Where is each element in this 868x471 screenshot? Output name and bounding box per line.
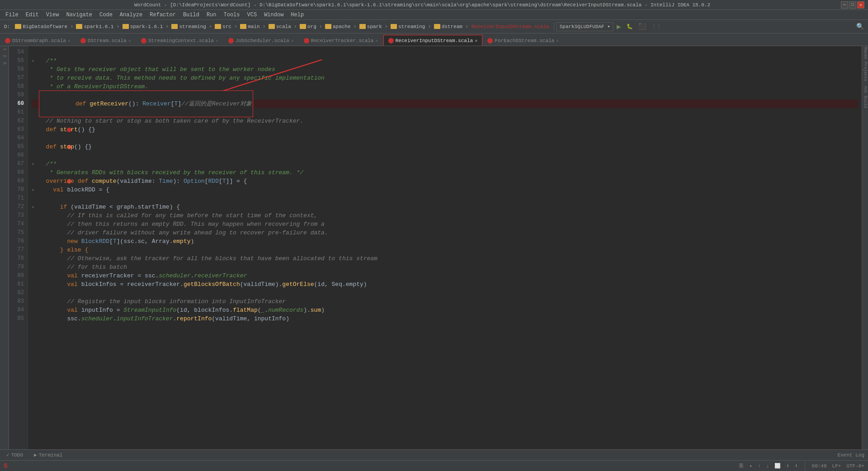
line-num-68: 68 [11,168,24,177]
code-81-indent [39,280,67,289]
stop-button[interactable]: ⬛ [636,21,648,32]
fold-70[interactable]: ▾ [32,186,39,195]
code-75-text: // driver failure without any write ahea… [39,228,328,237]
status-english[interactable]: 英 [739,462,744,469]
toolbar-scala[interactable]: scala [267,24,293,29]
tab-dstreamgraph[interactable]: DStreamGraph.scala ✕ [0,35,75,46]
menu-view[interactable]: View [42,10,63,19]
event-log[interactable]: Event Log [838,452,864,458]
toolbar-apache[interactable]: apache [323,24,353,29]
menu-run[interactable]: Run [203,10,220,19]
tab-jobscheduler[interactable]: JobScheduler.scala ✕ [223,35,299,46]
toolbar-src[interactable]: src [213,24,233,29]
tab-close-foreachdstream[interactable]: ✕ [556,38,559,43]
code-line-61 [32,108,858,117]
tab-terminal[interactable]: ▶ Terminal [31,450,65,460]
code-84-rest: (id, blockInfos. [176,306,233,314]
close-button[interactable]: ✕ [857,1,864,9]
status-down[interactable]: ↓ [766,463,769,469]
toolbar-spark[interactable]: spark [358,24,384,29]
menu-window[interactable]: Window [260,10,287,19]
tab-todo[interactable]: ✓ TODO [4,450,26,460]
tab-close-streamingcontext[interactable]: ✕ [216,38,218,43]
code-line-77: } else { [32,246,858,254]
menu-navigate[interactable]: Navigate [62,10,96,19]
code-70-indent [39,186,53,194]
left-sidebar: 1 2 6 [0,46,9,449]
minimize-button[interactable]: — [841,1,848,9]
code-78-text: // Otherwise, ask the tracker for all th… [39,254,377,263]
toolbar-streaming[interactable]: streaming [170,24,208,29]
toolbar-main[interactable]: main [238,24,261,29]
tab-receiverinputdstream[interactable]: ReceiverInputDStream.scala ✕ [383,35,483,46]
more-toolbar[interactable]: ⋮⋮ [649,21,664,32]
code-77-indent [39,246,60,254]
menu-vcs[interactable]: VCS [244,10,261,19]
code-line-81: val blockInfos = receiverTracker.getBloc… [32,280,858,289]
right-sidebar-ant[interactable]: Ant Build [863,86,868,108]
code-line-65: def stop() {} [32,143,858,151]
code-60-bracket: [ [171,100,175,107]
tab-receivertracker[interactable]: ReceiverTracker.scala ✕ [299,35,383,46]
status-up[interactable]: ↑ [758,463,761,469]
fold-55[interactable]: ▾ [32,57,39,66]
toolbar-main-label: main [248,24,259,29]
code-84-paren: ) [321,306,325,314]
tab-close-dstream[interactable]: ✕ [128,38,131,43]
menu-code[interactable]: Code [96,10,116,19]
tab-close-receiverinputdstream[interactable]: ✕ [475,38,477,43]
code-area: 54 55 56 57 58 59 60 61 62 63 64 65 66 6… [9,46,862,449]
maximize-button[interactable]: □ [849,1,856,9]
toolbar-streaming2[interactable]: streaming [389,24,427,29]
status-position: 60:49 [812,463,827,469]
code-73-text: // If this is called for any time before… [39,211,317,220]
menu-refactor[interactable]: Refactor [146,10,179,19]
toolbar-drive[interactable]: D: [2,21,12,32]
tab-dstream[interactable]: DStream.scala ✕ [75,35,136,46]
path-sep-4: › [209,24,212,30]
code-85-dot: . [113,314,117,323]
sidebar-structure-icon[interactable]: 2 [2,55,7,57]
menu-edit[interactable]: Edit [22,10,42,19]
tab-close-jobscheduler[interactable]: ✕ [291,38,294,43]
fold-67[interactable]: ▾ [32,160,39,169]
code-80-dot: . [191,271,194,280]
toolbar-bigdata[interactable]: BigDataSoftware [13,24,69,29]
code-84-rest3: . [264,306,268,314]
right-sidebar-maven[interactable]: Maven Projects [863,47,868,81]
sidebar-favorites-icon[interactable]: 6 [2,62,7,64]
code-content[interactable]: ▾ /** * Gets the receiver object that wi… [28,46,862,449]
fold-72[interactable]: ▾ [32,203,39,212]
toolbar-file[interactable]: ReceiverInputDStream.scala [469,21,552,32]
toolbar-org[interactable]: org [298,24,318,29]
tab-close-receivertracker[interactable]: ✕ [375,38,378,43]
kw-else: } else { [60,246,88,254]
tab-streamingcontext[interactable]: StreamingContext.scala ✕ [136,35,223,46]
tab-close-dstreamgraph[interactable]: ✕ [68,38,71,43]
menu-help[interactable]: Help [287,10,307,19]
tab-foreachdstream[interactable]: ForEachDStream.scala ✕ [482,35,564,46]
toolbar-spark16[interactable]: spark-1.6.1 [121,24,165,29]
var-blockinfos: blockInfos = receiverTracker. [81,280,184,289]
sidebar-project-icon[interactable]: 1 [2,48,7,50]
code-63-rest: () {} [78,125,95,134]
menu-analyze[interactable]: Analyze [116,10,146,19]
run-button[interactable]: ▶ [614,21,623,32]
kw-val-81: val [67,280,81,289]
folder-icon-4 [171,24,178,29]
menu-tools[interactable]: Tools [220,10,244,19]
menu-bar: File Edit View Navigate Code Analyze Ref… [0,10,868,20]
run-config-label[interactable]: SparkSQLUDFUDAF ▾ [557,22,613,31]
param-validtime: validTime [120,177,151,186]
menu-file[interactable]: File [2,10,22,19]
fn-stop: stop [60,143,74,151]
toolbar-spark161[interactable]: spark1.6.1 [74,24,115,29]
search-button[interactable]: 🔍 [854,21,866,32]
status-right: 英 ✦ ↑ ↓ ⬜ ⬆ ⬇ 60:49 LF+ UTF-8+ [739,461,864,471]
code-55-text: /** [39,57,57,65]
code-line-76: new BlockRDD[T](ssc.sc, Array.empty) [32,237,858,246]
toolbar-dstream[interactable]: dstream [432,24,464,29]
debug-button[interactable]: 🐛 [624,21,635,32]
line-num-81: 81 [11,280,24,289]
menu-build[interactable]: Build [179,10,203,19]
